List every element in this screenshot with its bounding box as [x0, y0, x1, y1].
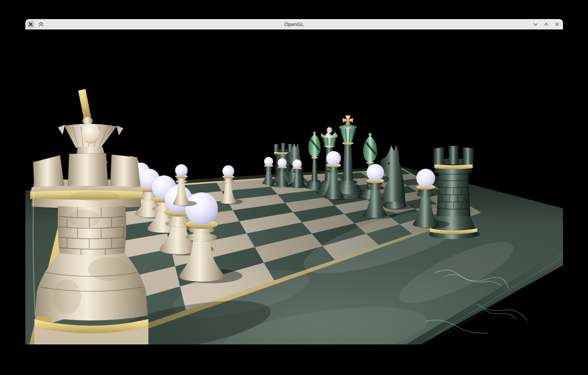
- maximize-button[interactable]: [544, 22, 549, 27]
- close-button[interactable]: [555, 22, 560, 27]
- gl-render-chess-scene: [25, 30, 563, 344]
- double-chevron-up-icon: [38, 22, 44, 27]
- window-title: OpenGL: [25, 19, 563, 29]
- gl-viewport[interactable]: [25, 30, 563, 344]
- chevron-down-icon: [533, 22, 538, 27]
- shade-button[interactable]: [37, 20, 45, 28]
- title-bar[interactable]: OpenGL: [25, 19, 563, 30]
- chevron-up-icon: [544, 22, 549, 27]
- xorg-logo-icon: [27, 21, 34, 27]
- desktop: OpenGL: [0, 0, 588, 375]
- app-window: OpenGL: [25, 19, 563, 344]
- window-menu-button[interactable]: [27, 20, 34, 28]
- close-icon: [555, 22, 560, 27]
- minimize-button[interactable]: [533, 22, 538, 27]
